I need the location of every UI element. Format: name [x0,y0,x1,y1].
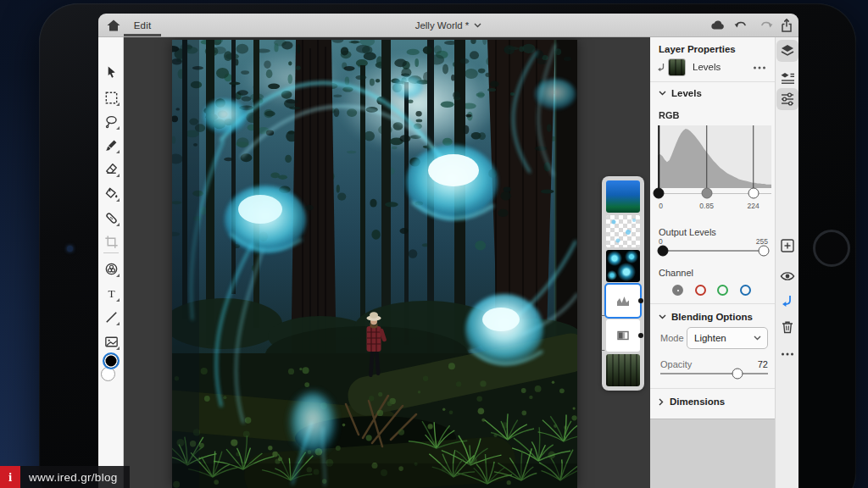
adjust-tool[interactable] [102,259,120,278]
layer-linked-dot [638,333,643,338]
chevron-down-icon [659,91,666,96]
device-background: Edit Jelly World * [0,0,868,488]
more-options-icon[interactable] [753,64,766,71]
marquee-select-tool[interactable] [102,88,120,107]
opacity-slider-knob[interactable] [732,369,743,380]
output-white-slider[interactable] [758,246,769,257]
layers-icon[interactable] [778,42,797,60]
input-black-slider[interactable] [654,188,665,199]
watermark-badge: i [0,466,20,488]
document-title[interactable]: Jelly World * [98,14,798,37]
opacity-label: Opacity [660,359,692,369]
chevron-right-icon [659,398,664,406]
levels-histogram[interactable]: 0 0.85 224 [658,125,771,212]
channel-blue-button[interactable] [740,285,751,296]
home-button[interactable] [813,230,850,267]
type-tool[interactable]: T [102,284,120,302]
output-max-value: 255 [756,237,768,246]
input-white-line [753,125,754,188]
layer-thumb-gradient-map-adjustment[interactable]: ⌐ [606,319,640,352]
layer-linked-dot [638,298,643,303]
top-bar: Edit Jelly World * [98,14,798,37]
layer-thumb-speckles[interactable] [606,215,640,247]
delete-trash-icon[interactable] [778,318,797,336]
histogram-plot [658,125,771,188]
document-canvas[interactable] [172,40,577,488]
blend-mode-dropdown[interactable]: Lighten [687,327,768,349]
layer-thumb-gradient[interactable] [606,180,640,213]
redo-icon[interactable] [758,17,775,34]
clip-mask-icon [657,63,665,73]
tool-bar: T [98,37,124,488]
undo-icon[interactable] [732,17,749,34]
share-export-icon[interactable] [778,17,795,34]
opacity-slider-track[interactable] [660,373,768,374]
output-levels-label: Output Levels [659,227,716,237]
properties-icon[interactable] [778,90,797,108]
canvas-area[interactable]: ⌐ ⌐ [124,37,650,488]
output-min-value: 0 [659,237,663,246]
layer-thumb-levels-adjustment[interactable]: ⌐ [606,285,640,317]
eraser-tool[interactable] [102,159,120,178]
selected-layer-row[interactable]: Levels [650,58,775,78]
fill-tool[interactable] [102,184,120,202]
layer-thumb-jellyfish[interactable] [606,250,640,282]
input-black-line [659,125,660,188]
svg-text:T: T [108,286,114,299]
crop-tool[interactable] [102,232,120,251]
layer-list-icon[interactable] [778,69,797,87]
more-options-icon[interactable] [778,345,797,363]
dimensions-section-header[interactable]: Dimensions [659,396,725,407]
input-mid-slider[interactable] [701,188,712,199]
foreground-color-chip[interactable] [103,352,120,369]
levels-section-header[interactable]: Levels [659,88,702,98]
move-tool[interactable] [102,63,120,81]
input-white-slider[interactable] [748,188,759,199]
watermark: i www.ired.gr/blog [0,466,130,488]
divider [650,81,775,82]
mode-label: Mode [660,333,684,343]
panel-empty-area [650,419,775,488]
home-icon[interactable] [105,17,122,34]
toolbar-divider [103,252,119,253]
line-tool[interactable] [102,308,120,326]
add-layer-icon[interactable] [778,236,797,255]
chevron-down-icon [659,314,666,319]
divider [650,303,775,304]
output-slider-track [660,250,768,252]
channel-red-button[interactable] [695,285,706,296]
input-white-value: 224 [747,202,759,210]
tab-edit-underline [124,34,161,36]
opacity-value: 72 [758,359,768,369]
input-mid-line [706,125,708,188]
channel-green-button[interactable] [717,285,728,296]
divider [650,388,775,389]
output-black-slider[interactable] [657,246,668,257]
cloud-sync-icon[interactable] [709,17,726,34]
layer-properties-panel: Layer Properties Levels Levels RGB [650,37,775,488]
photoshop-app-window: Edit Jelly World * [98,14,798,488]
channel-composite-button[interactable] [672,285,683,296]
channel-label: Channel [659,268,693,278]
layer-thumb-forest-photo[interactable] [606,354,640,386]
gradient-map-icon [606,319,640,352]
watermark-text: www.ired.gr/blog [20,466,130,488]
blending-options-header[interactable]: Blending Options [659,312,753,322]
place-image-tool[interactable] [102,332,120,351]
chevron-down-icon [474,23,481,28]
lasso-tool[interactable] [102,112,120,130]
heal-tool[interactable] [102,208,120,227]
clip-mask-icon[interactable] [778,292,797,311]
chevron-down-icon [754,336,761,341]
histogram-icon [606,285,640,317]
right-taskbar [775,37,798,488]
layer-name: Levels [693,62,721,72]
layers-strip: ⌐ ⌐ [602,176,644,391]
clip-mask-badge: ⌐ [601,347,605,354]
input-mid-value: 0.85 [699,202,714,210]
panel-title: Layer Properties [659,44,736,54]
brush-tool[interactable] [102,136,120,154]
visibility-eye-icon[interactable] [778,267,797,286]
layer-thumbnail [668,58,686,76]
input-black-value: 0 [659,202,663,210]
